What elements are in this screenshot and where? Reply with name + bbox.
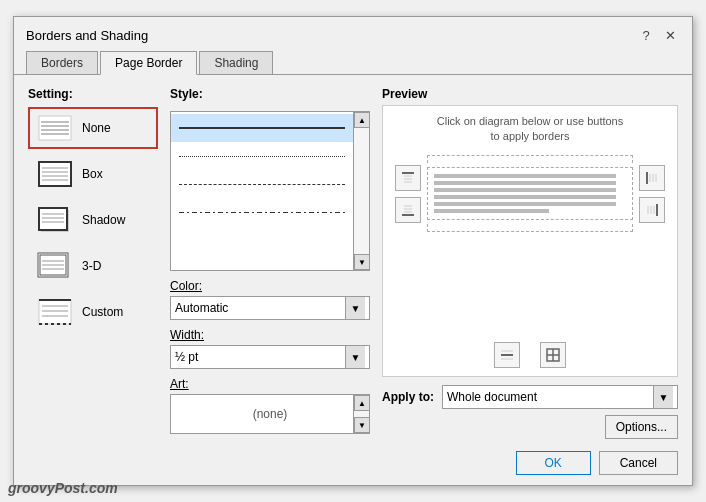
width-field: Width: ½ pt ▼ [170,328,370,369]
none-icon [36,113,74,143]
preview-top-border [427,155,633,163]
width-dropdown[interactable]: ½ pt ▼ [170,345,370,369]
watermark: groovyPost.com [8,480,118,496]
custom-label: Custom [82,305,123,319]
none-label: None [82,121,111,135]
options-button[interactable]: Options... [605,415,678,439]
color-field: Color: Automatic ▼ [170,279,370,320]
preview-hint: Click on diagram below or use buttonsto … [437,114,623,145]
apply-to-label: Apply to: [382,390,434,404]
style-list-container: ▲ ▼ [170,111,370,271]
svg-rect-11 [39,208,67,230]
art-scroll-up[interactable]: ▲ [354,395,370,411]
title-bar: Borders and Shading ? ✕ [14,17,692,45]
preview-document [427,167,633,220]
left-border-button[interactable] [639,165,665,191]
preview-line-3 [434,188,616,192]
dotted-line [179,156,345,157]
tab-bar: Borders Page Border Shading [14,45,692,75]
preview-doc-area [427,155,633,232]
tab-page-border[interactable]: Page Border [100,51,197,75]
box-icon [36,159,74,189]
svg-rect-0 [39,116,71,140]
scroll-down-arrow[interactable]: ▼ [354,254,370,270]
preview-line-6 [434,209,549,213]
svg-rect-5 [39,162,71,186]
apply-to-arrow[interactable]: ▼ [653,386,673,408]
preview-panel: Preview Click on diagram below or use bu… [382,87,678,439]
style-dotted[interactable] [171,142,353,170]
left-border-buttons [395,165,421,223]
art-scrollbar[interactable]: ▲ ▼ [353,395,369,433]
scroll-up-arrow[interactable]: ▲ [354,112,370,128]
borders-shading-dialog: Borders and Shading ? ✕ Borders Page Bor… [13,16,693,486]
preview-area [391,155,669,334]
bottom-border-button[interactable] [395,197,421,223]
dashed-line [179,184,345,185]
width-dropdown-arrow[interactable]: ▼ [345,346,365,368]
cancel-button[interactable]: Cancel [599,451,678,475]
style-scrollbar[interactable]: ▲ ▼ [353,112,369,270]
3d-icon [36,251,74,281]
right-border-button[interactable] [639,197,665,223]
preview-bottom-border [427,224,633,232]
apply-to-dropdown[interactable]: Whole document ▼ [442,385,678,409]
custom-icon [36,297,74,327]
art-field: Art: (none) ▲ ▼ [170,377,370,434]
dialog-title: Borders and Shading [26,28,148,43]
art-box: (none) ▲ ▼ [170,394,370,434]
width-value: ½ pt [175,350,345,364]
color-dropdown[interactable]: Automatic ▼ [170,296,370,320]
shadow-icon [36,205,74,235]
width-label: Width: [170,328,370,342]
dash-dot-line [179,212,345,213]
style-dashed-short[interactable] [171,170,353,198]
all-borders-button[interactable] [540,342,566,368]
tab-borders[interactable]: Borders [26,51,98,74]
setting-none[interactable]: None [28,107,158,149]
dialog-content: Setting: None [14,75,692,451]
color-dropdown-arrow[interactable]: ▼ [345,297,365,319]
preview-bottom-buttons [494,342,566,368]
style-list[interactable] [171,112,353,270]
preview-line-1 [434,174,616,178]
setting-label: Setting: [28,87,158,101]
style-dash-dot[interactable] [171,198,353,226]
apply-to-value: Whole document [447,390,653,404]
setting-box[interactable]: Box [28,153,158,195]
tab-shading[interactable]: Shading [199,51,273,74]
preview-line-4 [434,195,616,199]
style-label: Style: [170,87,370,101]
preview-line-2 [434,181,616,185]
color-label: Color: [170,279,370,293]
setting-shadow[interactable]: Shadow [28,199,158,241]
options-row: Options... [382,415,678,439]
scroll-track [354,128,369,254]
preview-line-5 [434,202,616,206]
preview-label: Preview [382,87,678,101]
box-label: Box [82,167,103,181]
preview-box[interactable]: Click on diagram below or use buttonsto … [382,105,678,377]
setting-panel: Setting: None [28,87,158,439]
art-label: Art: [170,377,370,391]
solid-line [179,127,345,129]
middle-panel: Style: ▲ [170,87,370,439]
help-button[interactable]: ? [636,25,656,45]
color-value: Automatic [175,301,345,315]
art-scroll-down[interactable]: ▼ [354,417,370,433]
title-controls: ? ✕ [636,25,680,45]
shadow-label: Shadow [82,213,125,227]
setting-3d[interactable]: 3-D [28,245,158,287]
between-border-button[interactable] [494,342,520,368]
art-value: (none) [253,407,288,421]
close-button[interactable]: ✕ [660,25,680,45]
3d-label: 3-D [82,259,101,273]
apply-section: Apply to: Whole document ▼ [382,385,678,409]
ok-button[interactable]: OK [516,451,591,475]
setting-custom[interactable]: Custom [28,291,158,333]
style-solid[interactable] [171,114,353,142]
right-border-buttons [639,165,665,223]
svg-rect-20 [39,300,71,324]
top-border-button[interactable] [395,165,421,191]
